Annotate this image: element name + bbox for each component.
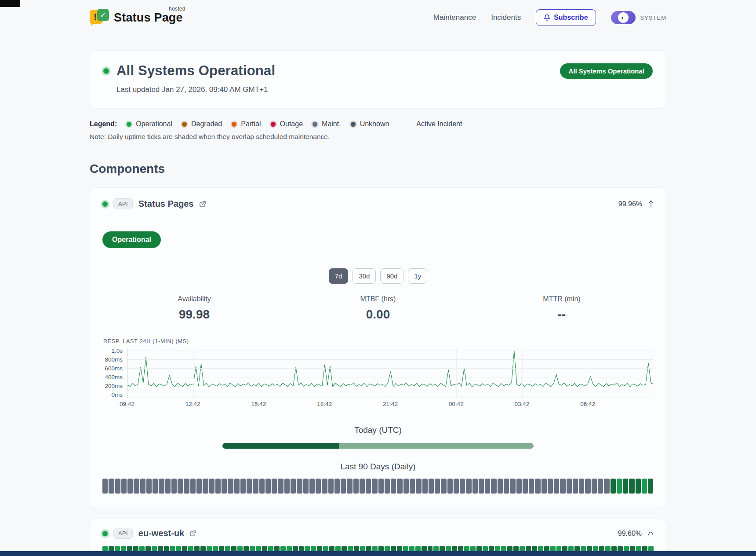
uptime-day-tick	[447, 479, 453, 494]
y-tick-label: 200ms	[105, 383, 123, 389]
uptime-day-tick	[353, 479, 359, 494]
uptime-day-tick	[573, 479, 578, 494]
gridline	[456, 349, 457, 398]
legend-item: Partial	[232, 120, 261, 128]
theme-knob-icon: ◐	[618, 12, 629, 23]
overall-status-dot	[103, 68, 109, 74]
uptime-day-tick	[328, 479, 334, 494]
brand-hosted-label: hosted	[169, 6, 185, 12]
theme-toggle[interactable]: ◐	[611, 11, 636, 24]
range-button-30d[interactable]: 30d	[353, 268, 376, 284]
uptime-day-tick	[134, 479, 139, 494]
today-progress-fill	[222, 443, 339, 449]
chart-plot-area	[127, 349, 654, 398]
legend-status-dot	[351, 122, 356, 127]
nav-incidents[interactable]: Incidents	[491, 13, 521, 22]
uptime-day-tick	[435, 479, 440, 494]
uptime-day-tick	[579, 479, 584, 494]
status-page-logo-icon: ! ✓	[90, 9, 109, 26]
uptime-day-tick	[265, 479, 271, 494]
gridline	[522, 349, 523, 398]
uptime-day-tick	[516, 479, 522, 494]
stat-mtbf: MTBF (hrs) 0.00	[286, 295, 470, 322]
uptime-day-tick	[153, 479, 158, 494]
component-header[interactable]: API Status Pages 99.96%	[102, 198, 654, 209]
uptime-day-tick	[491, 479, 496, 494]
uptime-day-tick	[611, 479, 616, 494]
uptime-day-tick	[460, 479, 465, 494]
uptime-day-tick	[554, 479, 559, 494]
uptime-day-tick	[360, 479, 365, 494]
range-button-7d[interactable]: 7d	[329, 268, 349, 284]
collapse-arrow-icon[interactable]	[648, 200, 654, 208]
component-type-badge: API	[113, 528, 133, 539]
uptime-day-tick	[454, 479, 459, 494]
stat-availability: Availability 99.98	[102, 295, 286, 322]
y-tick-label: 400ms	[105, 374, 123, 380]
uptime-day-tick	[604, 479, 609, 494]
component-stats: Availability 99.98 MTBF (hrs) 0.00 MTTR …	[102, 295, 654, 322]
uptime-day-tick	[209, 479, 214, 494]
uptime-day-tick	[303, 479, 309, 494]
x-tick-label: 12:42	[185, 401, 200, 407]
uptime-day-tick	[479, 479, 484, 494]
uptime-day-tick	[366, 479, 371, 494]
legend-status-dot	[313, 122, 317, 127]
legend-item-label: Maint.	[322, 120, 341, 128]
component-header[interactable]: API eu-west-uk 99.60%	[102, 528, 654, 539]
component-name: eu-west-uk	[138, 528, 184, 538]
uptime-day-tick	[341, 479, 346, 494]
uptime-day-tick	[560, 479, 565, 494]
uptime-day-tick	[648, 479, 653, 494]
component-card-status-pages: API Status Pages 99.96% Operational 7d 3…	[90, 187, 666, 507]
uptime-day-tick	[146, 479, 152, 494]
uptime-day-tick	[215, 479, 221, 494]
uptime-day-tick	[222, 479, 227, 494]
legend-title: Legend:	[90, 120, 117, 128]
uptime-day-tick	[598, 479, 603, 494]
uptime-day-tick	[115, 479, 120, 494]
x-tick-label: 21:42	[383, 401, 398, 407]
uptime-day-tick	[385, 479, 390, 494]
uptime-day-tick	[466, 479, 471, 494]
uptime-day-tick	[253, 479, 258, 494]
legend-item: Operational	[127, 120, 172, 128]
external-link-icon[interactable]	[199, 201, 206, 208]
check-icon: ✓	[100, 11, 106, 19]
uptime-day-tick	[529, 479, 534, 494]
component-uptime-percent: 99.60%	[618, 530, 642, 538]
legend-status-dot	[271, 122, 276, 127]
brand[interactable]: ! ✓ Status Pagehosted	[90, 9, 183, 26]
screen-corner-artifact	[0, 0, 20, 7]
legend-item-label: Partial	[241, 120, 261, 128]
uptime-day-tick	[278, 479, 283, 494]
x-tick-label: 15:42	[251, 401, 266, 407]
today-utc-label: Today (UTC)	[102, 425, 654, 435]
external-link-icon[interactable]	[190, 530, 196, 537]
x-tick-label: 00:42	[449, 401, 464, 407]
components-heading: Components	[90, 162, 666, 176]
bell-icon	[544, 14, 550, 21]
uptime-day-tick	[636, 479, 641, 494]
range-button-90d[interactable]: 90d	[380, 268, 403, 284]
expand-chevron-icon[interactable]	[648, 531, 654, 535]
uptime-day-tick	[378, 479, 384, 494]
x-tick-label: 06:42	[580, 401, 595, 407]
uptime-day-tick	[247, 479, 252, 494]
uptime-day-tick	[284, 479, 290, 494]
legend-status-dot	[127, 122, 131, 127]
uptime-day-tick	[316, 479, 321, 494]
component-status-dot	[102, 531, 108, 536]
uptime-day-tick	[159, 479, 164, 494]
component-type-badge: API	[113, 198, 133, 209]
legend-active-incident-label: Active Incident	[416, 120, 462, 128]
response-time-chart: RESP. LAST 24H (1-MIN) (MS) 1.0s800ms600…	[102, 338, 654, 411]
component-name: Status Pages	[138, 199, 194, 209]
legend-item-label: Unknown	[360, 120, 389, 128]
uptime-day-tick	[585, 479, 590, 494]
uptime-day-tick	[504, 479, 509, 494]
footer-strip	[0, 551, 756, 556]
nav-maintenance[interactable]: Maintenance	[433, 13, 476, 22]
range-button-1y[interactable]: 1y	[408, 268, 427, 284]
subscribe-button[interactable]: Subscribe	[536, 9, 596, 26]
